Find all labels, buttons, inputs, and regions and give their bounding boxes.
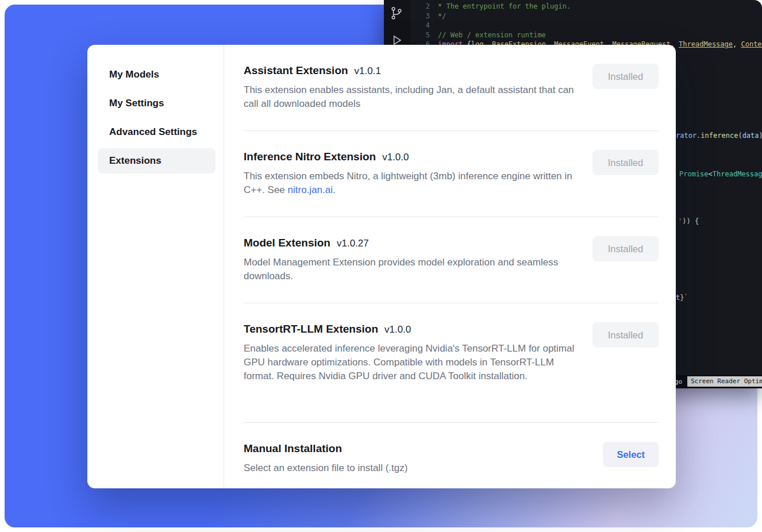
settings-modal: My Models My Settings Advanced Settings … bbox=[87, 45, 676, 488]
installed-button[interactable]: Installed bbox=[592, 150, 659, 175]
sidebar-item-advanced-settings[interactable]: Advanced Settings bbox=[98, 119, 215, 145]
extension-name: TensortRT-LLM Extension bbox=[244, 321, 378, 337]
code-fragment: ')) { bbox=[678, 217, 699, 226]
code-fragment: t}` bbox=[676, 294, 688, 302]
extension-row-assistant: Assistant Extension v1.0.1 This extensio… bbox=[244, 45, 659, 131]
extension-row-model: Model Extension v1.0.27 Model Management… bbox=[244, 217, 659, 303]
extension-name: Inference Nitro Extension bbox=[244, 149, 376, 165]
sidebar-item-extensions[interactable]: Extensions bbox=[98, 148, 215, 174]
installed-button[interactable]: Installed bbox=[592, 64, 659, 89]
extension-description: Enables accelerated inference leveraging… bbox=[244, 342, 580, 383]
installed-button[interactable]: Installed bbox=[592, 322, 659, 348]
installed-button[interactable]: Installed bbox=[592, 236, 659, 261]
extension-version: v1.0.0 bbox=[384, 324, 411, 336]
extension-description: This extension embeds Nitro, a lightweig… bbox=[244, 169, 580, 197]
extension-name: Assistant Extension bbox=[244, 63, 348, 79]
extension-description: Select an extension file to install (.tg… bbox=[244, 461, 580, 475]
extension-description: Model Management Extension provides mode… bbox=[244, 256, 580, 283]
code-fragment: rator.inference(data)); bbox=[676, 132, 762, 140]
extension-name: Manual Installation bbox=[244, 441, 342, 457]
settings-sidebar: My Models My Settings Advanced Settings … bbox=[87, 45, 224, 488]
extension-name: Model Extension bbox=[244, 235, 330, 251]
extension-version: v1.0.27 bbox=[337, 238, 369, 249]
extensions-panel: Assistant Extension v1.0.1 This extensio… bbox=[224, 45, 676, 488]
extension-version: v1.0.1 bbox=[355, 65, 381, 77]
page-canvas: 2* The entrypoint for the plugin. 3*/ 4 … bbox=[0, 0, 762, 532]
sidebar-item-my-models[interactable]: My Models bbox=[98, 62, 215, 87]
extension-version: v1.0.0 bbox=[382, 152, 409, 163]
sidebar-item-my-settings[interactable]: My Settings bbox=[98, 91, 215, 116]
extension-row-nitro: Inference Nitro Extension v1.0.0 This ex… bbox=[244, 131, 659, 217]
manual-installation-row: Manual Installation Select an extension … bbox=[244, 423, 659, 488]
code-lines: 2* The entrypoint for the plugin. 3*/ 4 … bbox=[421, 2, 762, 49]
select-file-button[interactable]: Select bbox=[603, 442, 659, 467]
screen-reader-notice[interactable]: Screen Reader Optimized bbox=[687, 376, 762, 387]
extension-row-tensorrt: TensortRT-LLM Extension v1.0.0 Enables a… bbox=[244, 303, 659, 423]
source-control-icon bbox=[389, 5, 404, 21]
nitro-jan-ai-link[interactable]: nitro.jan.ai bbox=[288, 184, 333, 195]
extension-description: This extension enables assistants, inclu… bbox=[244, 83, 580, 111]
code-fragment: Promise<ThreadMessage> bbox=[679, 170, 762, 179]
